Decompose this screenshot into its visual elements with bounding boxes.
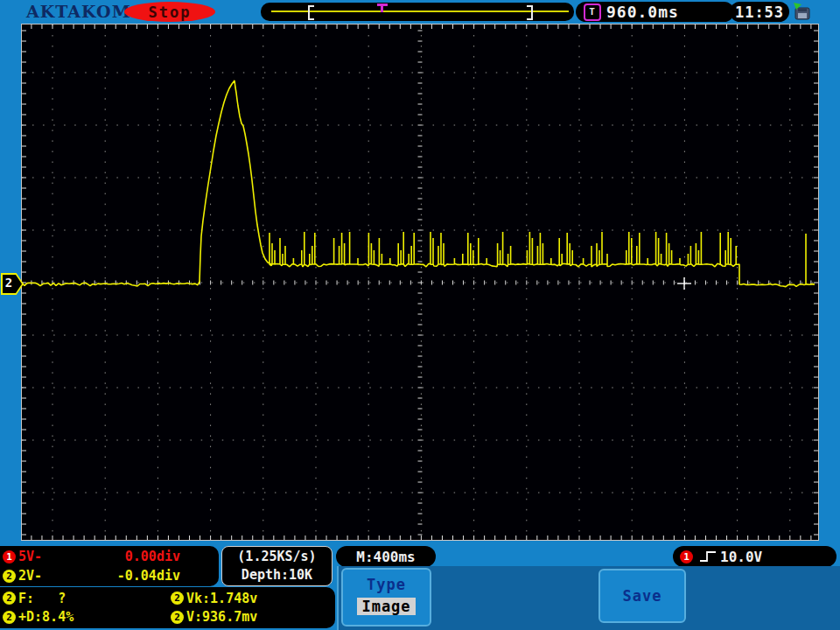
type-button[interactable]: Type Image [341,568,431,626]
trigger-delay-value: 960.0ms [606,3,679,21]
meas-ch-badge: 2 [171,611,184,624]
run-stop-indicator[interactable]: Stop [124,2,215,22]
ch2-readout: 2 2V- -0.04div [0,567,219,585]
ch2-badge: 2 [3,570,16,583]
window-left-bracket-icon [308,5,314,20]
ch2-scale: 2V- [18,568,42,584]
ch1-readout: 1 5V- 0.00div [0,548,219,566]
oscilloscope-screen: AKTAKOM Stop T 960.0ms 11:53 2 1 5V- 0.0… [0,0,840,630]
meas-value: +D:8.4% [18,609,74,625]
soft-menu-strip: Type Image Save [337,566,840,630]
type-button-label: Type [367,576,406,593]
trigger-source-badge: 1 [680,550,693,564]
measurements-panel: 2 F: ? 2 Vk:1.748v 2 +D:8.4% 2 V:936.7mv [0,587,335,628]
memory-depth: Depth:10K [242,566,312,584]
trigger-level: 10.0V [720,549,762,565]
clock: 11:53 [730,2,789,22]
trigger-t-icon: T [584,4,601,21]
rising-edge-icon [699,550,717,564]
channel-readout-panel: 1 5V- 0.00div 2 2V- -0.04div [0,546,219,586]
brand-logo: AKTAKOM [26,2,131,21]
type-button-value[interactable]: Image [357,598,415,615]
trigger-position-marker-icon[interactable] [377,4,388,6]
waveform-svg [21,24,819,541]
trigger-delay-readout: T 960.0ms [576,2,734,22]
ch1-offset: 0.00div [125,549,180,564]
timebase-readout: M:400ms [336,546,436,567]
save-button-label: Save [623,587,662,605]
measurement-voltage: 2 V:936.7mv [168,608,335,627]
measurement-vk: 2 Vk:1.748v [168,589,335,608]
meas-ch-badge: 2 [3,611,16,624]
trigger-readout: 1 10.0V [673,546,836,567]
acquisition-panel: (1.25KS/s) Depth:10K [221,546,332,586]
meas-value: F: ? [18,591,66,606]
meas-value: Vk:1.748v [186,591,257,606]
storage-icon [791,3,812,21]
trigger-position-bar [261,3,574,21]
channel2-marker-digit: 2 [1,276,17,289]
record-window-line [271,10,569,12]
meas-ch-badge: 2 [171,592,184,605]
ch2-offset: -0.04div [117,568,180,584]
measurement-frequency: 2 F: ? [0,589,168,608]
sample-rate: (1.25KS/s) [237,548,316,566]
meas-ch-badge: 2 [3,592,16,605]
window-right-bracket-icon [527,5,533,20]
ch1-scale: 5V- [18,549,42,564]
ch1-badge: 1 [3,550,16,564]
save-button[interactable]: Save [598,569,686,623]
waveform-display [21,24,819,541]
measurement-duty: 2 +D:8.4% [0,608,168,627]
meas-value: V:936.7mv [186,609,257,625]
